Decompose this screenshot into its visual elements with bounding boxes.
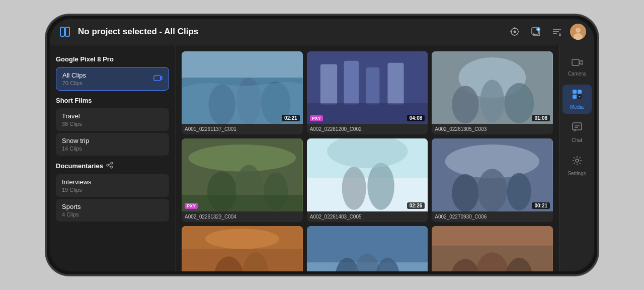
chat-icon: [572, 122, 583, 135]
svg-point-53: [507, 173, 531, 211]
settings-icon: [572, 155, 583, 169]
main-content: Google Pixel 8 Pro All Clips 70 Clips: [50, 45, 594, 271]
clip-name-c003: A002_02261305_C003: [432, 124, 553, 134]
svg-rect-71: [578, 90, 582, 94]
clip-card-c001[interactable]: 02:21 A001_02261137_C001: [182, 51, 303, 134]
sidebar-item-snow-trip[interactable]: Snow trip 14 Clips: [56, 133, 169, 156]
interviews-label: Interviews: [62, 178, 92, 186]
short-films-section: Short Films: [56, 97, 169, 104]
clip-card-c004[interactable]: PXY A002_02261323_C004: [182, 138, 303, 222]
nav-item-chat[interactable]: Chat: [562, 118, 592, 147]
clip-card-c005[interactable]: 02:26 A002_02261403_C005: [307, 138, 428, 222]
sort-icon[interactable]: [549, 24, 565, 40]
all-clips-label: All Clips: [62, 71, 86, 79]
device-section-title: Google Pixel 8 Pro: [56, 55, 169, 63]
svg-point-37: [505, 83, 534, 123]
media-grid: 02:21 A001_02261137_C001: [182, 51, 553, 271]
svg-point-18: [107, 164, 109, 166]
chat-nav-label: Chat: [572, 137, 582, 143]
camera-icon: [572, 57, 583, 69]
nav-item-settings[interactable]: Settings: [562, 151, 592, 180]
settings-nav-label: Settings: [568, 171, 586, 176]
clip-name-c004: A002_02261323_C004: [182, 211, 303, 222]
import-icon[interactable]: [528, 24, 544, 40]
avatar[interactable]: [570, 24, 586, 40]
clip-name-c005: A002_02261403_C005: [307, 211, 428, 222]
svg-rect-29: [344, 61, 358, 105]
travel-label: Travel: [62, 112, 82, 120]
sidebar-item-interviews[interactable]: Interviews 19 Clips: [56, 174, 169, 197]
sidebar: Google Pixel 8 Pro All Clips 70 Clips: [50, 45, 176, 271]
short-films-label: Short Films: [56, 97, 92, 104]
ai-icon[interactable]: [507, 24, 523, 40]
topbar: No project selected - All Clips: [50, 19, 594, 45]
svg-rect-31: [387, 63, 404, 105]
clip-proxy-badge-c002: PXY: [310, 115, 323, 121]
svg-line-21: [109, 166, 111, 167]
svg-point-17: [111, 162, 113, 164]
clip-name-c006: A002_02270930_C006: [432, 211, 553, 222]
svg-rect-28: [320, 64, 337, 104]
media-nav-label: Media: [570, 104, 584, 110]
sports-count: 4 Clips: [62, 211, 81, 218]
svg-point-47: [367, 163, 394, 210]
svg-point-35: [452, 86, 478, 123]
svg-point-3: [514, 31, 516, 33]
svg-rect-69: [572, 59, 579, 65]
all-clips-count: 70 Clips: [62, 80, 86, 86]
clip-card-c003[interactable]: 01:08 A002_02261305_C003: [432, 51, 553, 134]
svg-rect-72: [573, 95, 577, 99]
topbar-actions: [507, 24, 586, 40]
clip-duration-c006: 00:21: [532, 202, 550, 209]
clip-card-c009[interactable]: 01:02 A003_01310725_C002: [432, 226, 553, 271]
right-nav: Camera: [559, 45, 594, 271]
media-grid-container: 02:21 A001_02261137_C001: [176, 45, 559, 271]
sidebar-item-sports[interactable]: Sports 4 Clips: [56, 199, 169, 222]
svg-rect-30: [366, 67, 379, 105]
clip-name-c002: A002_02261200_C002: [307, 124, 428, 134]
svg-point-52: [477, 169, 507, 211]
clip-duration-c001: 02:21: [282, 115, 300, 121]
travel-count: 38 Clips: [62, 121, 82, 127]
svg-point-14: [576, 28, 581, 33]
clip-name-c001: A001_02261137_C001: [182, 124, 303, 134]
svg-point-36: [480, 80, 505, 123]
svg-point-39: [188, 144, 296, 171]
layout-toggle-icon[interactable]: [58, 25, 72, 39]
share-icon[interactable]: [106, 162, 113, 170]
documentaries-label: Documentaries: [56, 162, 103, 170]
sidebar-item-travel[interactable]: Travel 38 Clips: [56, 108, 169, 131]
svg-point-58: [205, 229, 279, 249]
svg-rect-0: [60, 27, 64, 36]
clip-duration-c005: 02:26: [407, 202, 425, 209]
svg-line-20: [109, 164, 111, 165]
svg-rect-75: [573, 123, 582, 130]
camera-nav-label: Camera: [568, 71, 586, 77]
svg-point-46: [342, 167, 366, 210]
media-icon: [572, 89, 583, 102]
clip-card-c006[interactable]: 00:21 A002_02270930_C006: [432, 138, 553, 222]
clip-duration-c002: 04:08: [407, 115, 425, 121]
clip-card-c008[interactable]: 00:19 A002_02280720_C008: [307, 226, 428, 271]
svg-rect-1: [65, 27, 69, 36]
svg-rect-16: [154, 76, 160, 81]
documentaries-section: Documentaries: [56, 162, 169, 170]
svg-point-78: [576, 159, 579, 162]
clip-duration-c003: 01:08: [532, 115, 550, 121]
svg-rect-43: [182, 195, 303, 211]
nav-item-camera[interactable]: Camera: [562, 53, 592, 81]
clip-card-c007[interactable]: PXY 01:07 A002_02271500_C007: [182, 226, 303, 271]
svg-rect-26: [182, 51, 303, 78]
snow-trip-label: Snow trip: [62, 137, 89, 144]
sports-label: Sports: [62, 203, 81, 210]
svg-rect-70: [573, 90, 577, 94]
camera-roll-icon: [153, 75, 163, 83]
svg-point-51: [452, 174, 478, 211]
clip-proxy-badge-c004: PXY: [185, 203, 198, 209]
nav-item-media[interactable]: Media: [562, 85, 592, 114]
clip-card-c002[interactable]: PXY 04:08 A002_02261200_C002: [307, 51, 428, 134]
page-title: No project selected - All Clips: [78, 27, 501, 37]
svg-point-19: [111, 166, 113, 168]
sidebar-item-all-clips[interactable]: All Clips 70 Clips: [56, 67, 169, 91]
svg-rect-68: [432, 226, 553, 246]
